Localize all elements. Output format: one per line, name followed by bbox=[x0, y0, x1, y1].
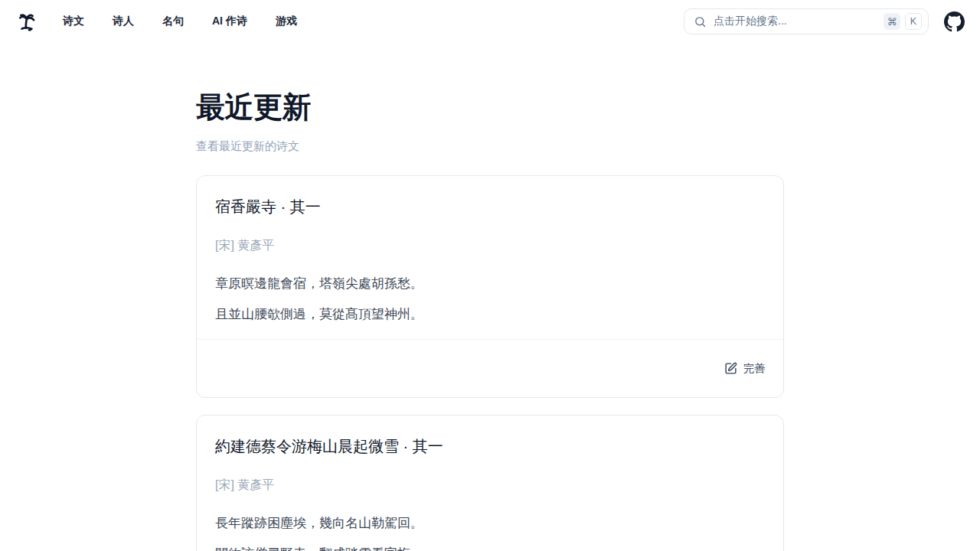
poem-card-body: 約建德蔡令游梅山晨起微雪 · 其一 [宋] 黄彥平 長年蹤跡困塵埃，幾向名山勒駕… bbox=[197, 416, 783, 551]
nav-item-games[interactable]: 游戏 bbox=[276, 15, 297, 28]
top-navbar: 诗文 诗人 名句 AI 作诗 游戏 点击开始搜索... ⌘ K bbox=[0, 0, 980, 43]
kbd-command: ⌘ bbox=[884, 13, 900, 30]
improve-button[interactable]: 完善 bbox=[724, 362, 765, 376]
nav-links: 诗文 诗人 名句 AI 作诗 游戏 bbox=[63, 15, 297, 28]
page-title: 最近更新 bbox=[196, 90, 784, 124]
search-placeholder: 点击开始搜索... bbox=[714, 15, 884, 28]
search-input[interactable]: 点击开始搜索... ⌘ K bbox=[684, 8, 929, 34]
kbd-k: K bbox=[905, 13, 922, 30]
poem-line: 閑約訪僧尋野寺，翻成踏雪看官梅。 bbox=[215, 546, 765, 551]
edit-icon bbox=[724, 362, 737, 375]
poem-title-link[interactable]: 約建德蔡令游梅山晨起微雪 · 其一 bbox=[215, 435, 765, 457]
poem-card: 宿香嚴寺 · 其一 [宋] 黄彥平 章原暝邊龍會宿，塔嶺尖處胡孫愁。 且並山腰欹… bbox=[196, 175, 784, 398]
poem-card: 約建德蔡令游梅山晨起微雪 · 其一 [宋] 黄彥平 長年蹤跡困塵埃，幾向名山勒駕… bbox=[196, 415, 784, 551]
page-subtitle: 查看最近更新的诗文 bbox=[196, 138, 784, 155]
nav-item-quotes[interactable]: 名句 bbox=[162, 15, 184, 28]
poem-author: [宋] 黄彥平 bbox=[215, 236, 765, 255]
github-icon bbox=[944, 11, 965, 32]
improve-button-label: 完善 bbox=[743, 362, 765, 376]
nav-item-ai-poem[interactable]: AI 作诗 bbox=[212, 15, 247, 28]
poem-title-link[interactable]: 宿香嚴寺 · 其一 bbox=[215, 196, 765, 217]
poem-line: 章原暝邊龍會宿，塔嶺尖處胡孫愁。 bbox=[215, 276, 765, 292]
poem-line: 且並山腰欹側過，莫從髙頂望神州。 bbox=[215, 307, 765, 322]
poem-lines: 長年蹤跡困塵埃，幾向名山勒駕回。 閑約訪僧尋野寺，翻成踏雪看官梅。 bbox=[215, 516, 765, 551]
poem-lines: 章原暝邊龍會宿，塔嶺尖處胡孫愁。 且並山腰欹側過，莫從髙頂望神州。 bbox=[215, 276, 765, 322]
poem-card-body: 宿香嚴寺 · 其一 [宋] 黄彥平 章原暝邊龍會宿，塔嶺尖處胡孫愁。 且並山腰欹… bbox=[197, 176, 783, 339]
poem-author: [宋] 黄彥平 bbox=[215, 476, 765, 494]
palm-tree-icon bbox=[16, 11, 38, 32]
poem-card-footer: 完善 bbox=[197, 339, 783, 397]
nav-item-poems[interactable]: 诗文 bbox=[63, 15, 84, 28]
search-icon bbox=[694, 15, 707, 28]
poem-line: 長年蹤跡困塵埃，幾向名山勒駕回。 bbox=[215, 516, 765, 531]
github-link[interactable] bbox=[944, 11, 965, 32]
site-logo[interactable] bbox=[15, 10, 38, 33]
main-content: 最近更新 查看最近更新的诗文 宿香嚴寺 · 其一 [宋] 黄彥平 章原暝邊龍會宿… bbox=[196, 90, 784, 551]
nav-item-poets[interactable]: 诗人 bbox=[113, 15, 134, 28]
